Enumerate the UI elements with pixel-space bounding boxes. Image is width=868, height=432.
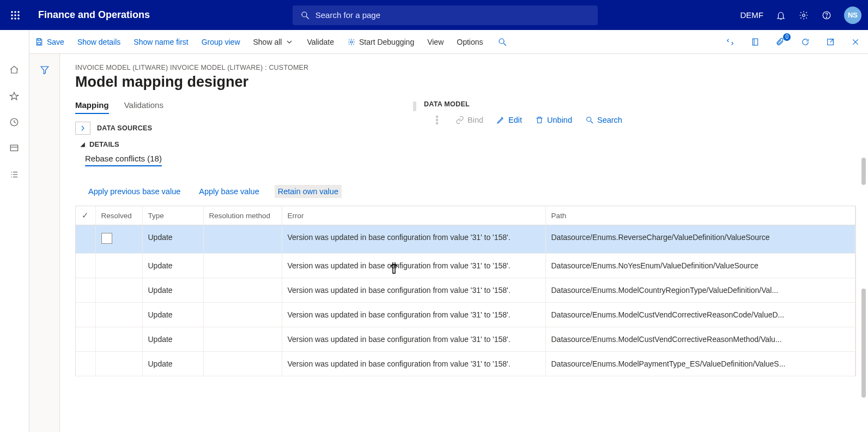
attachments-icon[interactable]: 0 bbox=[774, 38, 786, 46]
panel-scrollbar[interactable] bbox=[861, 158, 866, 185]
resolved-cell[interactable] bbox=[95, 225, 142, 254]
popout-icon[interactable] bbox=[824, 38, 836, 46]
chevron-down-icon bbox=[285, 38, 294, 46]
validate-button[interactable]: Validate bbox=[307, 38, 334, 46]
drag-handle-icon[interactable] bbox=[436, 116, 438, 124]
table-header-row: ✓ Resolved Type Resolution method Error … bbox=[76, 206, 855, 225]
retain-own-value-button[interactable]: Retain own value bbox=[275, 185, 342, 198]
error-cell: Version was updated in base configuratio… bbox=[282, 225, 545, 254]
personalize-icon[interactable] bbox=[724, 38, 736, 46]
resolved-cell[interactable] bbox=[95, 327, 142, 352]
resolved-cell[interactable] bbox=[95, 254, 142, 278]
global-navbar: Finance and Operations DEMF NS bbox=[0, 0, 868, 30]
apply-previous-base-value-button[interactable]: Apply previous base value bbox=[85, 185, 184, 198]
method-cell bbox=[203, 327, 282, 352]
show-name-first-button[interactable]: Show name first bbox=[133, 38, 188, 46]
svg-rect-18 bbox=[38, 42, 40, 44]
resolved-cell[interactable] bbox=[95, 303, 142, 327]
page-options-icon[interactable] bbox=[749, 38, 761, 46]
svg-line-21 bbox=[503, 43, 506, 46]
col-error[interactable]: Error bbox=[282, 206, 545, 225]
user-avatar[interactable]: NS bbox=[844, 7, 861, 24]
type-cell: Update bbox=[142, 225, 203, 254]
app-launcher-icon[interactable] bbox=[7, 7, 24, 24]
product-brand: Finance and Operations bbox=[38, 9, 150, 21]
main-area: INVOICE MODEL (LITWARE) INVOICE MODEL (L… bbox=[29, 54, 868, 432]
start-debugging-button[interactable]: Start Debugging bbox=[347, 38, 414, 46]
col-resolution-method[interactable]: Resolution method bbox=[203, 206, 282, 225]
tab-validations[interactable]: Validations bbox=[124, 100, 163, 114]
row-selector-cell[interactable] bbox=[76, 352, 95, 376]
svg-point-5 bbox=[18, 14, 19, 15]
command-bar: Save Show details Show name first Group … bbox=[0, 30, 868, 54]
unbind-button[interactable]: Unbind bbox=[535, 116, 572, 124]
table-row[interactable]: UpdateVersion was updated in base config… bbox=[76, 352, 855, 376]
global-search-input[interactable] bbox=[315, 10, 590, 20]
data-sources-expand-icon[interactable] bbox=[75, 122, 90, 135]
table-scrollbar[interactable] bbox=[861, 289, 866, 398]
workspaces-icon[interactable] bbox=[9, 143, 20, 154]
modules-icon[interactable] bbox=[9, 170, 20, 181]
close-icon[interactable] bbox=[849, 38, 861, 46]
checkbox[interactable] bbox=[101, 233, 112, 244]
svg-line-40 bbox=[591, 121, 593, 123]
global-search[interactable] bbox=[293, 5, 598, 25]
svg-point-39 bbox=[587, 117, 591, 122]
find-icon[interactable] bbox=[496, 37, 508, 47]
table-row[interactable]: UpdateVersion was updated in base config… bbox=[76, 303, 855, 327]
favorites-icon[interactable] bbox=[9, 91, 20, 102]
col-type[interactable]: Type bbox=[142, 206, 203, 225]
table-row[interactable]: UpdateVersion was updated in base config… bbox=[76, 278, 855, 303]
table-row[interactable]: UpdateVersion was updated in base config… bbox=[76, 254, 855, 278]
resolved-cell[interactable] bbox=[95, 352, 142, 376]
save-button[interactable]: Save bbox=[35, 38, 64, 46]
notifications-icon[interactable] bbox=[775, 10, 786, 21]
method-cell bbox=[203, 278, 282, 303]
rebase-conflicts-tab[interactable]: Rebase conflicts (18) bbox=[85, 154, 162, 166]
dm-search-button[interactable]: Search bbox=[585, 116, 622, 124]
refresh-icon[interactable] bbox=[799, 38, 811, 46]
select-all-header[interactable]: ✓ bbox=[76, 206, 95, 225]
col-resolved[interactable]: Resolved bbox=[95, 206, 142, 225]
conflicts-table: ✓ Resolved Type Resolution method Error … bbox=[75, 206, 856, 376]
svg-point-6 bbox=[11, 17, 13, 19]
edit-button[interactable]: Edit bbox=[496, 116, 522, 124]
company-label[interactable]: DEMF bbox=[740, 10, 763, 20]
recent-icon[interactable] bbox=[9, 117, 20, 128]
row-selector-cell[interactable] bbox=[76, 254, 95, 278]
resolved-cell[interactable] bbox=[95, 278, 142, 303]
splitter-handle[interactable] bbox=[413, 101, 416, 111]
col-path[interactable]: Path bbox=[545, 206, 855, 225]
svg-point-1 bbox=[15, 11, 16, 12]
filter-icon[interactable] bbox=[40, 65, 50, 432]
type-cell: Update bbox=[142, 352, 203, 376]
svg-point-0 bbox=[11, 11, 13, 12]
row-selector-cell[interactable] bbox=[76, 278, 95, 303]
path-cell: Datasource/Enums.ModelPaymentType_ES/Val… bbox=[545, 352, 855, 376]
row-selector-cell[interactable] bbox=[76, 303, 95, 327]
group-view-button[interactable]: Group view bbox=[202, 38, 240, 46]
options-button[interactable]: Options bbox=[457, 38, 483, 46]
svg-line-10 bbox=[306, 16, 309, 19]
row-selector-cell[interactable] bbox=[76, 225, 95, 254]
details-header[interactable]: ◢ DETAILS bbox=[81, 140, 408, 148]
show-details-button[interactable]: Show details bbox=[77, 38, 120, 46]
settings-icon[interactable] bbox=[798, 10, 809, 21]
view-button[interactable]: View bbox=[427, 38, 444, 46]
bind-button[interactable]: Bind bbox=[456, 116, 483, 124]
table-row[interactable]: UpdateVersion was updated in base config… bbox=[76, 327, 855, 352]
tab-mapping[interactable]: Mapping bbox=[75, 100, 109, 114]
apply-base-value-button[interactable]: Apply base value bbox=[196, 185, 262, 198]
row-selector-cell[interactable] bbox=[76, 327, 95, 352]
svg-point-8 bbox=[18, 17, 19, 19]
help-icon[interactable] bbox=[821, 10, 832, 21]
svg-point-2 bbox=[18, 11, 19, 12]
error-cell: Version was updated in base configuratio… bbox=[282, 327, 545, 352]
table-row[interactable]: UpdateVersion was updated in base config… bbox=[76, 225, 855, 254]
show-all-dropdown[interactable]: Show all bbox=[253, 38, 294, 46]
svg-marker-38 bbox=[41, 67, 48, 74]
path-cell: Datasource/Enums.NoYesEnum/ValueDefiniti… bbox=[545, 254, 855, 278]
trash-icon bbox=[535, 116, 544, 124]
home-icon[interactable] bbox=[9, 65, 20, 76]
svg-point-4 bbox=[15, 14, 16, 15]
